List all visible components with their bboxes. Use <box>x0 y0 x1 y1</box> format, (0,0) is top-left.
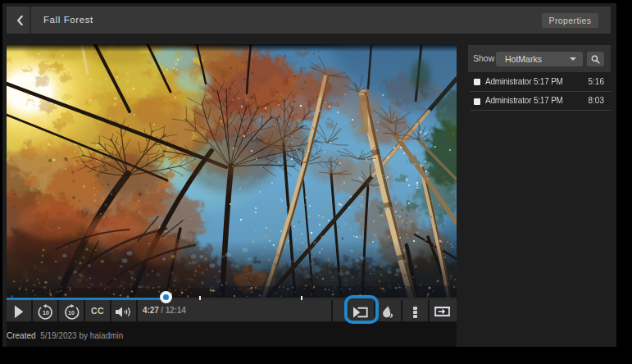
svg-text:10: 10 <box>68 310 75 316</box>
svg-text:10: 10 <box>43 310 49 316</box>
